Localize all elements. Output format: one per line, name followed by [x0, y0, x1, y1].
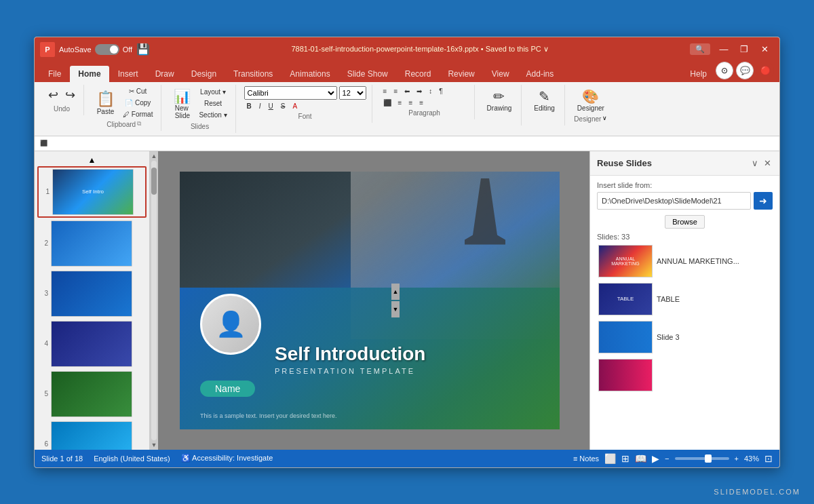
tab-slideshow[interactable]: Slide Show — [339, 66, 396, 82]
slide-thumb-2[interactable]: 2 — [37, 219, 147, 268]
slides-buttons: 📊 NewSlide Layout ▾ Reset Section ▾ — [170, 86, 229, 121]
browse-button[interactable]: Browse — [665, 215, 705, 229]
tab-design[interactable]: Design — [183, 66, 225, 82]
strikethrough-button[interactable]: S — [278, 101, 288, 111]
reuse-slide-item-4[interactable] — [597, 357, 773, 393]
tab-insert[interactable]: Insert — [110, 66, 147, 82]
toggle-knob — [110, 45, 118, 54]
tab-review[interactable]: Review — [440, 66, 482, 82]
canvas-scroll-up[interactable]: ▲ — [391, 284, 400, 300]
reset-button[interactable]: Reset — [196, 98, 229, 109]
notes-button[interactable]: ≡ Notes — [573, 454, 599, 463]
format-painter-button[interactable]: 🖊 Format — [120, 109, 155, 119]
clipboard-expand-icon[interactable]: ⧉ — [137, 120, 141, 128]
paste-button[interactable]: 📋 Paste — [92, 88, 119, 117]
bullets-button[interactable]: ≡ — [381, 86, 390, 96]
view-slideshow-icon[interactable]: ▶ — [652, 453, 659, 464]
tab-help[interactable]: Help — [682, 66, 715, 82]
vertical-scrollbar[interactable]: ▲ ▼ — [150, 151, 158, 450]
tab-record[interactable]: Record — [397, 66, 440, 82]
show-formatting-button[interactable]: ¶ — [436, 86, 445, 96]
tab-file[interactable]: File — [40, 66, 69, 82]
tab-view[interactable]: View — [484, 66, 518, 82]
save-icon[interactable]: 💾 — [136, 43, 150, 56]
section-button[interactable]: Section ▾ — [196, 110, 229, 120]
designer-expand-icon[interactable]: ∨ — [602, 115, 607, 121]
ribbon-group-font: Calibri 12 B I U S A Font — [239, 85, 372, 123]
minimize-button[interactable]: — — [714, 40, 733, 59]
panel-scroll-up[interactable]: ▲ — [37, 154, 147, 166]
redo-button[interactable]: ↪ — [62, 86, 78, 104]
indent-less-button[interactable]: ⬅ — [402, 86, 412, 96]
font-color-button[interactable]: A — [290, 101, 301, 111]
zoom-plus[interactable]: + — [735, 454, 739, 463]
paragraph-spacing-button[interactable]: ↕ — [426, 86, 435, 96]
tab-home[interactable]: Home — [70, 66, 109, 82]
canvas-scroll-down[interactable]: ▼ — [391, 301, 400, 317]
zoom-minus[interactable]: − — [665, 454, 669, 463]
reuse-path-input[interactable] — [597, 192, 751, 210]
copy-button[interactable]: 📄 Copy — [120, 98, 155, 108]
reuse-slide-item-1[interactable]: ANNUALMARKETING ANNUAL MARKETING... — [597, 244, 773, 279]
cut-button[interactable]: ✂ Cut — [120, 86, 155, 96]
view-reading-icon[interactable]: 📖 — [635, 453, 646, 464]
scroll-down-arrow[interactable]: ▼ — [151, 442, 157, 448]
recording-button[interactable]: ⊙ — [716, 62, 733, 79]
clipboard-group-label: Clipboard — [106, 121, 136, 128]
zoom-slider[interactable] — [675, 457, 729, 460]
font-size-select[interactable]: 12 — [339, 86, 366, 100]
bold-button[interactable]: B — [244, 101, 254, 111]
reuse-close-button[interactable]: ✕ — [762, 157, 773, 170]
ribbon-content: ↩ ↪ Undo 📋 Paste ✂ Cut 📄 Copy 🖊 Format C… — [35, 82, 779, 136]
accessibility[interactable]: ♿ Accessibility: Investigate — [181, 454, 273, 463]
tab-animations[interactable]: Animations — [282, 66, 338, 82]
align-left-button[interactable]: ⬛ — [381, 98, 394, 108]
title-search[interactable]: 🔍 — [690, 43, 710, 55]
scroll-up-arrow[interactable]: ▲ — [151, 153, 157, 159]
slide-thumb-1[interactable]: 1 Self Intro — [37, 166, 147, 218]
tab-transitions[interactable]: Transitions — [225, 66, 281, 82]
reuse-thumb-1: ANNUALMARKETING — [598, 245, 653, 277]
align-center-button[interactable]: ≡ — [395, 98, 405, 108]
reuse-slide-item-2[interactable]: TABLE TABLE — [597, 282, 773, 317]
view-normal-icon[interactable]: ⬜ — [604, 453, 616, 464]
autosave-toggle[interactable] — [95, 44, 119, 55]
reuse-collapse-button[interactable]: ∨ — [750, 157, 760, 170]
tab-addins[interactable]: Add-ins — [518, 66, 562, 82]
numbering-button[interactable]: ≡ — [391, 86, 400, 96]
restore-button[interactable]: ❐ — [735, 40, 754, 59]
share-button[interactable]: 🔴 — [756, 62, 774, 79]
close-button[interactable]: ✕ — [755, 40, 774, 59]
designer-button[interactable]: 🎨 Designer — [573, 86, 608, 114]
autosave-label: AutoSave — [59, 45, 92, 54]
layout-button[interactable]: Layout ▾ — [196, 87, 229, 97]
font-family-select[interactable]: Calibri — [244, 86, 337, 100]
comments-button[interactable]: 💬 — [736, 62, 754, 79]
italic-button[interactable]: I — [256, 101, 264, 111]
justify-button[interactable]: ≡ — [416, 98, 426, 108]
undo-button[interactable]: ↩ — [45, 86, 61, 104]
view-grid-icon[interactable]: ⊞ — [621, 453, 629, 464]
slide-thumb-4[interactable]: 4 — [37, 319, 147, 368]
editing-button[interactable]: ✎ Editing — [530, 86, 559, 114]
editing-label: Editing — [534, 104, 555, 112]
align-right-button[interactable]: ≡ — [406, 98, 415, 108]
slide-thumb-6[interactable]: 6 — [37, 420, 147, 450]
slide-num-2: 2 — [39, 239, 48, 247]
reuse-panel-title: Reuse Slides — [597, 158, 652, 168]
new-slide-button[interactable]: 📊 NewSlide — [170, 86, 195, 121]
main-area: ▲ 1 Self Intro 2 3 4 5 — [35, 151, 779, 450]
fit-window-icon[interactable]: ⊡ — [764, 453, 773, 464]
canvas-nav-arrows: ▲ ▼ — [391, 284, 400, 317]
slide-preview-4 — [51, 321, 132, 367]
status-right: ≡ Notes ⬜ ⊞ 📖 ▶ − + 43% ⊡ — [573, 453, 773, 464]
scroll-thumb[interactable] — [151, 168, 157, 195]
reuse-slide-item-3[interactable]: Slide 3 — [597, 319, 773, 355]
reuse-goto-button[interactable]: ➜ — [754, 192, 773, 210]
drawing-button[interactable]: ✏ Drawing — [483, 86, 516, 114]
slide-thumb-5[interactable]: 5 — [37, 370, 147, 419]
underline-button[interactable]: U — [266, 101, 276, 111]
tab-draw[interactable]: Draw — [147, 66, 182, 82]
indent-more-button[interactable]: ➡ — [414, 86, 425, 96]
slide-thumb-3[interactable]: 3 — [37, 269, 147, 318]
